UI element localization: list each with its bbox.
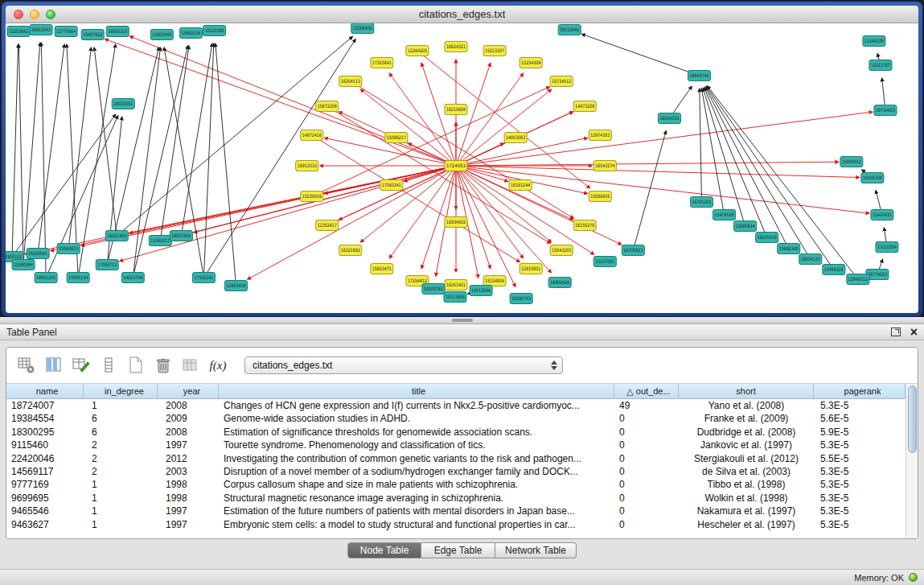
float-panel-icon[interactable] — [891, 328, 901, 336]
graph-node[interactable]: 17095712 — [96, 260, 118, 270]
graph-node[interactable]: 15237081 — [593, 257, 616, 267]
graph-node[interactable]: 16260541 — [27, 249, 49, 259]
graph-node[interactable]: 17325641 — [371, 58, 393, 68]
table-row[interactable]: 1456911722003Disruption of a novel membe… — [6, 465, 906, 478]
show-columns-button[interactable] — [42, 354, 66, 377]
graph-node[interactable]: 12213707 — [869, 60, 892, 71]
column-header-6[interactable]: pagerank — [814, 384, 906, 398]
column-header-0[interactable]: name — [6, 384, 84, 398]
graph-node[interactable]: 18643744 — [688, 71, 710, 81]
graph-node[interactable]: 12775904 — [55, 27, 77, 37]
graph-node[interactable]: 15113404 — [444, 292, 466, 303]
network-view-window[interactable]: citations_edges.txt 17240531604327415056… — [1, 1, 923, 317]
graph-node[interactable]: 16905310 — [106, 27, 129, 37]
graph-node[interactable]: 15672208 — [316, 101, 339, 112]
graph-node[interactable]: 16812043 — [30, 25, 52, 35]
graph-node[interactable]: 15099217 — [385, 133, 408, 143]
graph-node[interactable]: 16215608 — [445, 105, 467, 115]
graph-node[interactable]: 16705923 — [622, 245, 644, 256]
graph-node[interactable]: 15692034 — [179, 28, 202, 39]
graph-node[interactable]: 15056605 — [589, 192, 611, 202]
graph-node[interactable]: 16734512 — [550, 76, 573, 87]
graph-node[interactable]: 16504335 — [658, 113, 680, 124]
graph-node[interactable]: 15590623 — [57, 244, 80, 254]
graph-node[interactable]: 12352417 — [316, 220, 339, 231]
graph-node[interactable]: 15543203 — [550, 245, 573, 256]
graph-node[interactable]: 15420431 — [871, 210, 893, 220]
graph-node[interactable]: 16624321 — [445, 42, 467, 52]
graph-node[interactable]: 15479108 — [713, 210, 736, 220]
graph-node[interactable]: 16912033 — [296, 161, 318, 171]
new-table-button[interactable] — [124, 354, 148, 377]
graph-node[interactable]: 16791205 — [691, 197, 713, 208]
graph-node[interactable]: 12903418 — [224, 281, 247, 291]
graph-node[interactable]: 16823905 — [170, 231, 192, 241]
close-window-button[interactable] — [14, 10, 23, 19]
graph-node[interactable]: 15407622 — [81, 30, 104, 40]
panel-splitter[interactable] — [0, 317, 924, 324]
network-canvas[interactable]: 1724053160432741505660516155276155432031… — [6, 23, 918, 313]
graph-node[interactable]: 16161244 — [509, 180, 532, 191]
graph-node[interactable]: 16809426 — [548, 278, 571, 288]
graph-node[interactable]: 17210354 — [876, 242, 898, 253]
graph-node[interactable]: 14853083 — [504, 133, 527, 143]
graph-node[interactable]: 16120368 — [203, 26, 225, 36]
tab-edge-table[interactable]: Edge Table — [421, 542, 495, 558]
graph-node[interactable]: 16321892 — [339, 245, 362, 256]
graph-node[interactable]: 16105308 — [861, 173, 884, 183]
edit-table-button[interactable] — [69, 354, 93, 377]
graph-node[interactable]: 12990634 — [734, 221, 757, 232]
table-mode-button[interactable] — [14, 354, 39, 377]
table-row[interactable]: 969969511998Structural magnetic resonanc… — [6, 492, 906, 505]
column-header-4[interactable]: △ out_de... — [614, 384, 679, 398]
graph-node[interactable]: 16251421 — [445, 280, 467, 290]
graph-node[interactable]: 11803458 — [150, 30, 173, 40]
graph-node[interactable]: 15834502 — [445, 217, 467, 228]
zoom-window-button[interactable] — [46, 10, 55, 19]
column-header-2[interactable]: year — [158, 384, 219, 398]
graph-node[interactable]: 18300762 — [422, 284, 445, 295]
graph-node[interactable]: 1724053 — [445, 161, 467, 171]
tab-node-table[interactable]: Node Table — [347, 542, 421, 558]
graph-node[interactable]: 19051205 — [35, 273, 57, 283]
graph-node[interactable]: 16034125 — [799, 254, 822, 265]
graph-node[interactable]: 11548108 — [863, 36, 885, 47]
graph-node[interactable]: 12264205 — [406, 46, 429, 56]
graph-node[interactable]: 18133042 — [558, 25, 581, 35]
graph-node[interactable]: 20033052 — [112, 99, 134, 109]
graph-node[interactable]: 15692340 — [778, 244, 800, 254]
table-select-dropdown[interactable]: citations_edges.txt — [244, 356, 563, 374]
graph-node[interactable]: 12974303 — [589, 130, 611, 141]
graph-node[interactable]: 14513504 — [470, 286, 492, 296]
window-titlebar[interactable]: citations_edges.txt — [6, 6, 918, 23]
graph-node[interactable]: 16043274 — [593, 161, 616, 171]
import-table-button[interactable] — [179, 354, 203, 377]
graph-node[interactable]: 15958012 — [840, 157, 863, 167]
graph-node[interactable]: 15260564 — [12, 260, 35, 270]
graph-node[interactable]: 16204113 — [339, 76, 362, 87]
table-row[interactable]: 1830029562008Estimation of significance … — [6, 426, 906, 439]
table-row[interactable]: 1938455462009Genome-wide association stu… — [6, 412, 906, 425]
graph-node[interactable]: 16021463 — [105, 231, 128, 241]
scrollbar-thumb[interactable] — [908, 385, 917, 453]
graph-node[interactable]: 15230419 — [301, 192, 323, 202]
delete-table-button[interactable] — [151, 354, 175, 377]
table-row[interactable]: 911546021997Tourette syndrome. Phenomeno… — [6, 439, 906, 451]
table-row[interactable]: 1872400712008Changes of HCN gene express… — [6, 399, 906, 412]
graph-node[interactable]: 15290743 — [510, 294, 532, 304]
minimize-window-button[interactable] — [30, 10, 39, 19]
graph-node[interactable]: 15203642 — [7, 27, 30, 37]
graph-node[interactable]: 11254309 — [519, 58, 542, 68]
graph-node[interactable]: 16205318 — [756, 233, 778, 243]
graph-node[interactable]: 15213307 — [483, 46, 506, 56]
column-header-1[interactable]: in_degree — [84, 384, 158, 398]
graph-node[interactable]: 14523709 — [121, 273, 144, 283]
row-options-button[interactable] — [97, 354, 121, 377]
graph-node[interactable]: 16155276 — [573, 220, 596, 231]
graph-node[interactable]: 14973208 — [573, 101, 596, 112]
function-builder-button[interactable]: f(x) — [206, 354, 230, 377]
graph-node[interactable]: 17459326 — [823, 265, 845, 275]
graph-node[interactable]: 15823471 — [371, 264, 393, 274]
graph-node[interactable]: 17093341 — [380, 180, 403, 191]
graph-node[interactable]: 15360217 — [149, 236, 171, 246]
